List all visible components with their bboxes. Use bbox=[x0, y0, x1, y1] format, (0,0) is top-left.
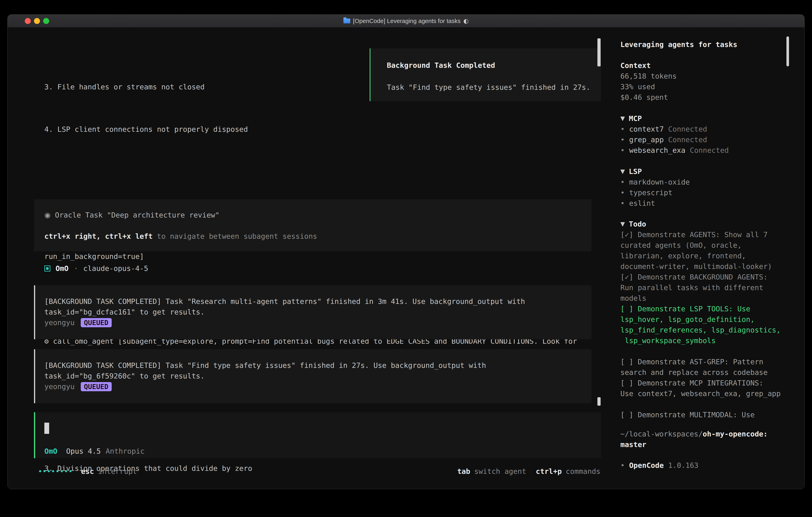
message-line: [BACKGROUND TASK COMPLETED] Task "Resear… bbox=[45, 296, 591, 307]
bullet-icon: • bbox=[620, 199, 625, 207]
bullet-icon: • bbox=[620, 136, 625, 144]
esc-key-label: interrupt bbox=[98, 466, 137, 477]
mcp-server-item: •grep_appConnected bbox=[620, 134, 729, 145]
chevron-down-icon: ▼ bbox=[620, 113, 625, 124]
todo-text: [✓] Demonstrate AGENTS: Show all 7 curat… bbox=[620, 230, 772, 271]
workspace-name: oh-my-opencode: bbox=[703, 430, 767, 438]
lsp-server-name: eslint bbox=[629, 199, 655, 207]
folder-icon bbox=[344, 19, 350, 23]
mcp-server-status: Connected bbox=[668, 136, 707, 144]
message-meta: yeongyu QUEUED bbox=[45, 317, 591, 328]
todo-section: ▼ Todo [✓] Demonstrate AGENTS: Show all … bbox=[620, 219, 797, 420]
spinner-dots: •••••••• bbox=[38, 466, 72, 477]
mcp-server-name: context7 bbox=[629, 125, 664, 133]
mcp-server-status: Connected bbox=[668, 125, 707, 133]
text-cursor bbox=[45, 423, 49, 434]
app-name: OpenCode bbox=[629, 461, 664, 469]
prompt-input[interactable]: OmO Opus 4.5 Anthropic bbox=[34, 412, 601, 458]
git-branch: master bbox=[620, 439, 797, 450]
todo-list: [✓] Demonstrate AGENTS: Show all 7 curat… bbox=[620, 229, 797, 420]
lsp-server-name: markdown-oxide bbox=[629, 178, 690, 186]
bullet-icon: • bbox=[620, 146, 625, 154]
todo-text: [ ] Demonstrate LSP TOOLS: Use lsp_hover… bbox=[620, 305, 781, 345]
zoom-window-button[interactable] bbox=[43, 18, 49, 24]
todo-text: [ ] Demonstrate MCP INTEGRATIONS: Use co… bbox=[620, 379, 781, 398]
workspace-path-line: ~/local-workspaces/oh-my-opencode: bbox=[620, 429, 797, 439]
queued-message-list: [BACKGROUND TASK COMPLETED] Task "Resear… bbox=[34, 285, 591, 413]
todo-item: [ ] Demonstrate LSP TOOLS: Use lsp_hover… bbox=[620, 303, 797, 346]
agent-model: claude-opus-4-5 bbox=[83, 263, 148, 274]
todo-heading: Todo bbox=[629, 219, 646, 229]
transparency-icon: ◐ bbox=[463, 18, 468, 24]
queued-badge: QUEUED bbox=[81, 318, 112, 327]
chevron-down-icon: ▼ bbox=[620, 219, 625, 229]
session-sidebar: Leveraging agents for tasks Context 66,5… bbox=[608, 28, 804, 489]
oracle-shortcut-hint: ctrl+x right, ctrl+x left to navigate be… bbox=[45, 231, 591, 242]
message-meta: yeongyu QUEUED bbox=[45, 381, 591, 392]
context-used: 33% used bbox=[620, 81, 677, 92]
app-version: 1.0.163 bbox=[668, 461, 698, 469]
lsp-heading: LSP bbox=[629, 166, 642, 177]
oracle-task-title: ◉ Oracle Task "Deep architecture review" bbox=[45, 210, 591, 220]
terminal-line: 4. LSP client connections not properly d… bbox=[45, 124, 577, 135]
mcp-section: ▼ MCP •context7Connected •grep_appConnec… bbox=[620, 113, 729, 156]
agent-header: OmO · claude-opus-4-5 bbox=[45, 263, 148, 274]
todo-text: [✓] Demonstrate BACKGROUND AGENTS: Run p… bbox=[620, 273, 767, 302]
todo-item: [✓] Demonstrate BACKGROUND AGENTS: Run p… bbox=[620, 272, 797, 303]
workspace-path-prefix: ~/local-workspaces/ bbox=[620, 430, 703, 438]
shortcut-keys: ctrl+x right, ctrl+x left bbox=[45, 232, 153, 240]
todo-item: [✓] Demonstrate AGENTS: Show all 7 curat… bbox=[620, 229, 797, 272]
queued-message: [BACKGROUND TASK COMPLETED] Task "Find t… bbox=[34, 349, 591, 403]
agent-name: OmO bbox=[56, 263, 68, 274]
bullet-icon: • bbox=[620, 125, 625, 133]
input-status-line: OmO Opus 4.5 Anthropic bbox=[45, 446, 145, 456]
app-version-footer: •OpenCode1.0.163 bbox=[620, 460, 698, 471]
terminal-main: 3. File handles or streams not closed 4.… bbox=[8, 28, 608, 489]
close-window-button[interactable] bbox=[25, 18, 31, 24]
commands-key-hint: ctrl+p bbox=[536, 466, 562, 477]
todo-text: [ ] Demonstrate MULTIMODAL: Use bbox=[620, 411, 755, 419]
mcp-heading: MCP bbox=[629, 113, 642, 124]
chevron-down-icon: ▼ bbox=[620, 166, 625, 177]
todo-section-header[interactable]: ▼ Todo bbox=[620, 219, 797, 229]
session-title: Leveraging agents for tasks bbox=[620, 39, 737, 50]
toast-title: Background Task Completed bbox=[387, 60, 601, 71]
lsp-server-item: •typescript bbox=[620, 187, 690, 198]
mcp-section-header[interactable]: ▼ MCP bbox=[620, 113, 729, 124]
todo-item: [ ] Demonstrate MCP INTEGRATIONS: Use co… bbox=[620, 378, 797, 399]
status-bar: •••••••• esc interrupt tab switch agent … bbox=[38, 466, 601, 477]
message-line: task_id="bg_6f59260c" to get results. bbox=[45, 371, 591, 381]
terminal-line: run_in_background=true] bbox=[45, 251, 577, 262]
mcp-server-status: Connected bbox=[690, 146, 729, 154]
chat-scrollbar-thumb[interactable] bbox=[598, 397, 601, 406]
message-line: task_id="bg_dcfac161" to get results. bbox=[45, 307, 591, 317]
esc-key-hint: esc bbox=[81, 466, 94, 477]
mcp-server-name: grep_app bbox=[629, 136, 664, 144]
queued-message: [BACKGROUND TASK COMPLETED] Task "Resear… bbox=[34, 285, 591, 339]
lsp-section: ▼ LSP •markdown-oxide •typescript bbox=[620, 166, 690, 209]
context-heading: Context bbox=[620, 60, 677, 71]
titlebar[interactable]: [OpenCode] Leveraging agents for tasks ◐ bbox=[8, 15, 804, 28]
lsp-section-header[interactable]: ▼ LSP bbox=[620, 166, 690, 177]
minimize-window-button[interactable] bbox=[34, 18, 40, 24]
mcp-server-name: websearch_exa bbox=[629, 146, 686, 154]
bullet-icon: • bbox=[620, 178, 625, 186]
queued-badge: QUEUED bbox=[81, 382, 112, 391]
tab-key-label: switch agent bbox=[474, 466, 526, 477]
status-bar-left: •••••••• esc interrupt bbox=[38, 466, 137, 477]
oracle-task-label: Oracle Task "Deep architecture review" bbox=[55, 211, 220, 219]
commands-key-label: commands bbox=[566, 466, 601, 477]
lsp-server-item: •eslint bbox=[620, 198, 690, 209]
todo-item: [ ] Demonstrate MULTIMODAL: Use bbox=[620, 409, 797, 420]
context-tokens: 66,518 tokens bbox=[620, 71, 677, 81]
status-bar-right: tab switch agent ctrl+p commands bbox=[457, 466, 601, 477]
window-controls bbox=[25, 15, 49, 27]
record-icon: ◉ bbox=[45, 211, 51, 219]
mcp-server-item: •websearch_exaConnected bbox=[620, 145, 729, 156]
message-author: yeongyu bbox=[45, 381, 75, 392]
main-scrollbar-thumb[interactable] bbox=[598, 38, 601, 66]
message-author: yeongyu bbox=[45, 317, 75, 328]
background-task-toast: Background Task Completed Task "Find typ… bbox=[370, 48, 601, 101]
bullet-icon: • bbox=[620, 189, 625, 197]
sidebar-scrollbar-thumb[interactable] bbox=[786, 36, 789, 66]
